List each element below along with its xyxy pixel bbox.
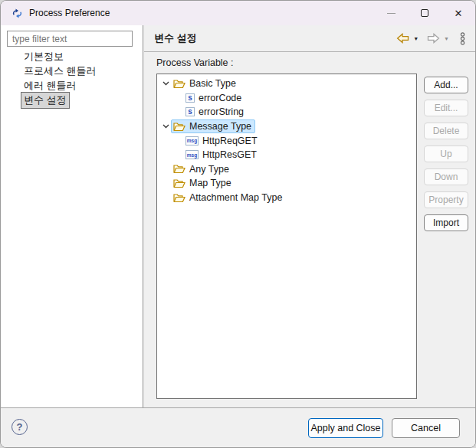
- tree-row-httpresget[interactable]: msg HttpResGET: [157, 148, 416, 162]
- edit-button[interactable]: Edit...: [424, 100, 468, 116]
- tree-node-label: Map Type: [189, 178, 231, 188]
- page-header: 변수 설정 ▼ ▼: [144, 25, 475, 52]
- window-controls: ✕: [374, 1, 475, 25]
- add-button[interactable]: Add...: [424, 77, 468, 93]
- folder-open-icon: [173, 122, 185, 132]
- app-icon: [11, 7, 24, 20]
- tree-row-map-type[interactable]: Map Type: [157, 176, 416, 191]
- tree-node-label: Basic Type: [189, 78, 236, 89]
- maximize-icon: [421, 9, 428, 17]
- selected-tree-node[interactable]: Message Type: [171, 119, 255, 133]
- back-dropdown-icon[interactable]: ▼: [412, 36, 419, 41]
- sidebar-item-error-handler[interactable]: 에러 핸들러: [1, 78, 143, 93]
- sidebar-item-process-handler[interactable]: 프로세스 핸들러: [1, 64, 143, 78]
- help-button[interactable]: ?: [11, 419, 28, 435]
- tree-node-label: Message Type: [189, 121, 251, 132]
- tree-row-basic-type[interactable]: Basic Type: [157, 77, 416, 91]
- variable-tree[interactable]: Basic Type s errorCode s errorString: [156, 74, 417, 399]
- folder-open-icon: [173, 79, 185, 89]
- tree-row-attachment-map-type[interactable]: Attachment Map Type: [157, 191, 416, 205]
- tree-row-httpreqget[interactable]: msg HttpReqGET: [157, 133, 416, 148]
- string-type-icon: s: [185, 107, 195, 116]
- tree-node-label: errorString: [199, 106, 244, 117]
- import-button[interactable]: Import: [424, 214, 468, 231]
- tree-row-errorcode[interactable]: s errorCode: [157, 91, 416, 106]
- tree-node-label: HttpResGET: [202, 149, 257, 160]
- window-title: Process Preference: [29, 8, 110, 18]
- view-menu-icon[interactable]: [459, 32, 466, 45]
- folder-open-icon: [173, 193, 185, 203]
- filter-input[interactable]: [7, 31, 133, 47]
- preference-category-list: 기본정보 프로세스 핸들러 에러 핸들러 변수 설정: [1, 49, 143, 107]
- page-nav-icons: ▼ ▼: [396, 32, 466, 45]
- help-icon: ?: [17, 421, 23, 433]
- tree-row-errorstring[interactable]: s errorString: [157, 105, 416, 119]
- chevron-down-icon[interactable]: [160, 81, 171, 86]
- tree-node-label: errorCode: [199, 93, 241, 103]
- preference-page: 변수 설정 ▼ ▼ Process Variable :: [144, 25, 475, 407]
- minimize-icon: [387, 13, 396, 14]
- dialog-footer: ? Apply and Close Cancel: [1, 407, 475, 447]
- back-arrow-icon[interactable]: [396, 33, 409, 44]
- process-preference-dialog: Process Preference ✕ 기본정보 프로세스 핸들러 에러 핸들…: [0, 0, 476, 448]
- close-button[interactable]: ✕: [442, 1, 475, 25]
- title-bar: Process Preference ✕: [1, 1, 475, 25]
- tree-node-label: HttpReqGET: [202, 136, 258, 146]
- property-button[interactable]: Property: [424, 191, 468, 208]
- preference-sidebar: 기본정보 프로세스 핸들러 에러 핸들러 변수 설정: [1, 25, 143, 407]
- cancel-button[interactable]: Cancel: [392, 418, 460, 438]
- down-button[interactable]: Down: [424, 168, 468, 185]
- sidebar-item-variable-settings[interactable]: 변수 설정: [1, 93, 143, 107]
- message-type-icon: msg: [185, 136, 199, 146]
- folder-open-icon: [173, 164, 185, 174]
- tree-row-any-type[interactable]: Any Type: [157, 162, 416, 177]
- tree-action-buttons: Add... Edit... Delete Up Down Property I…: [424, 77, 470, 231]
- tree-node-label: Attachment Map Type: [189, 192, 282, 203]
- delete-button[interactable]: Delete: [424, 123, 468, 139]
- apply-and-close-button[interactable]: Apply and Close: [308, 418, 383, 438]
- chevron-down-icon[interactable]: [160, 124, 171, 129]
- string-type-icon: s: [185, 93, 195, 103]
- close-icon: ✕: [455, 8, 463, 18]
- page-title: 변수 설정: [154, 31, 197, 45]
- sidebar-item-label: 변수 설정: [21, 92, 70, 109]
- minimize-button[interactable]: [374, 1, 408, 25]
- process-variable-label: Process Variable :: [156, 57, 234, 68]
- message-type-icon: msg: [185, 150, 199, 159]
- tree-row-message-type[interactable]: Message Type: [157, 119, 416, 134]
- tree-node-label: Any Type: [189, 164, 229, 175]
- folder-open-icon: [173, 178, 185, 188]
- maximize-button[interactable]: [408, 1, 442, 25]
- sidebar-item-basic-info[interactable]: 기본정보: [1, 49, 143, 64]
- forward-dropdown-icon[interactable]: ▼: [443, 36, 450, 41]
- up-button[interactable]: Up: [424, 146, 468, 162]
- forward-arrow-icon[interactable]: [427, 33, 440, 44]
